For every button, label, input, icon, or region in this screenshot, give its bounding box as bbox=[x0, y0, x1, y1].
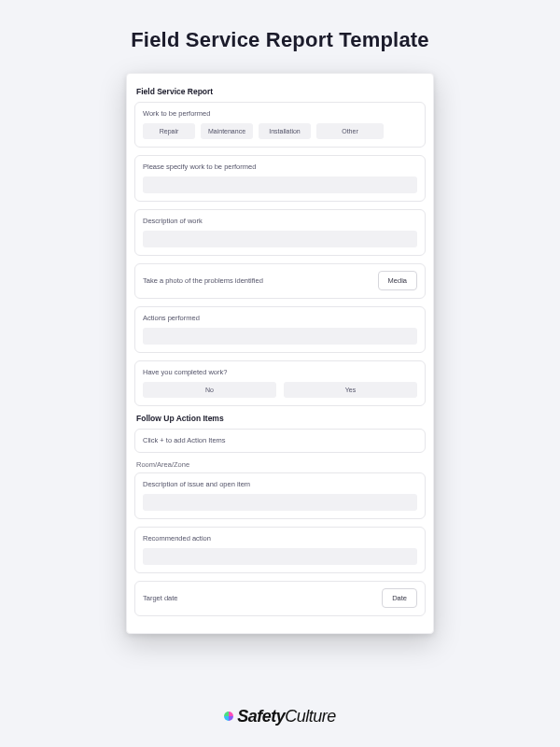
completed-yes[interactable]: Yes bbox=[284, 382, 417, 398]
page-title: Field Service Report Template bbox=[0, 0, 560, 52]
photo-label: Take a photo of the problems identified bbox=[143, 276, 263, 285]
followup-title: Follow Up Action Items bbox=[136, 414, 424, 423]
brand-text-light: Culture bbox=[285, 707, 336, 726]
photo-block: Take a photo of the problems identified … bbox=[134, 263, 426, 299]
brand-logo: SafetyCulture bbox=[0, 707, 560, 726]
completed-no[interactable]: No bbox=[143, 382, 276, 398]
form-card: Field Service Report Work to be performe… bbox=[126, 73, 434, 634]
actions-performed-input[interactable] bbox=[143, 328, 417, 345]
room-area-zone-label: Room/Area/Zone bbox=[136, 460, 426, 469]
work-to-be-performed-label: Work to be performed bbox=[143, 109, 417, 118]
completed-work-label: Have you completed work? bbox=[143, 368, 417, 376]
specify-work-input[interactable] bbox=[143, 176, 417, 193]
work-option-repair[interactable]: Repair bbox=[143, 123, 195, 139]
recommended-action-block: Recommended action bbox=[134, 527, 426, 573]
issue-description-label: Description of issue and open item bbox=[143, 480, 417, 488]
completed-work-options: No Yes bbox=[143, 382, 417, 398]
add-action-items-hint: Click + to add Action Items bbox=[143, 436, 417, 444]
work-to-be-performed-block: Work to be performed Repair Maintenance … bbox=[134, 102, 426, 148]
actions-performed-label: Actions performed bbox=[143, 314, 417, 322]
description-of-work-block: Description of work bbox=[134, 209, 426, 256]
work-type-options: Repair Maintenance Installation Other bbox=[143, 123, 417, 139]
description-of-work-label: Description of work bbox=[143, 217, 417, 225]
target-date-label: Target date bbox=[143, 594, 178, 602]
specify-work-label: Please specify work to be performed bbox=[143, 162, 417, 171]
form-title: Field Service Report bbox=[136, 87, 424, 96]
date-button[interactable]: Date bbox=[382, 588, 417, 608]
work-option-maintenance[interactable]: Maintenance bbox=[201, 123, 253, 139]
add-action-items-block[interactable]: Click + to add Action Items bbox=[134, 429, 426, 453]
work-option-other[interactable]: Other bbox=[316, 123, 384, 139]
recommended-action-label: Recommended action bbox=[143, 534, 417, 543]
brand-icon bbox=[224, 712, 233, 721]
media-button[interactable]: Media bbox=[378, 271, 417, 290]
actions-performed-block: Actions performed bbox=[134, 306, 426, 353]
target-date-block: Target date Date bbox=[134, 581, 426, 616]
issue-description-input[interactable] bbox=[143, 494, 417, 511]
issue-description-block: Description of issue and open item bbox=[134, 472, 426, 519]
brand-text-bold: Safety bbox=[237, 707, 285, 726]
description-of-work-input[interactable] bbox=[143, 231, 417, 247]
recommended-action-input[interactable] bbox=[143, 548, 417, 565]
specify-work-block: Please specify work to be performed bbox=[134, 155, 426, 202]
completed-work-block: Have you completed work? No Yes bbox=[134, 360, 426, 406]
work-option-installation[interactable]: Installation bbox=[259, 123, 311, 139]
